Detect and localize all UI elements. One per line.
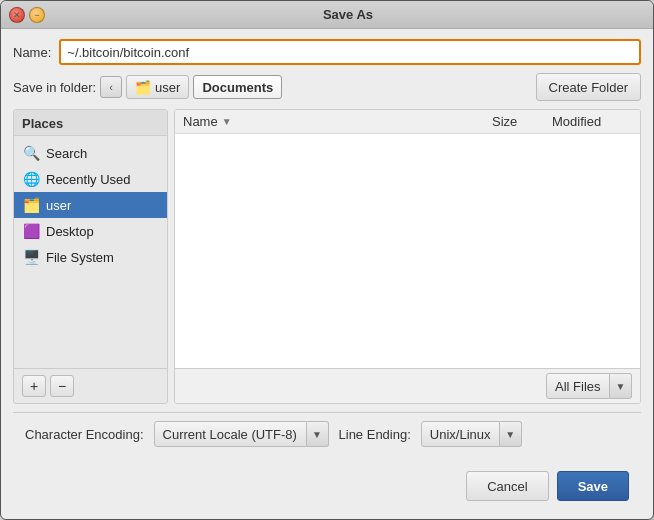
close-button[interactable]: ✕ — [9, 7, 25, 23]
sidebar-item-label: Recently Used — [46, 172, 131, 187]
sidebar-item-label: File System — [46, 250, 114, 265]
filter-dropdown-arrow[interactable]: ▼ — [610, 373, 632, 399]
window-controls: ✕ − — [9, 7, 45, 23]
breadcrumb-documents[interactable]: Documents — [193, 75, 282, 99]
sidebar-header: Places — [14, 110, 167, 136]
column-modified[interactable]: Modified — [552, 114, 632, 129]
folder-icon: 🗂️ — [135, 79, 151, 95]
file-list[interactable] — [175, 134, 640, 368]
recently-used-icon: 🌐 — [22, 170, 40, 188]
sidebar-item-search[interactable]: 🔍 Search — [14, 140, 167, 166]
save-button[interactable]: Save — [557, 471, 629, 501]
minimize-button[interactable]: − — [29, 7, 45, 23]
sidebar-item-filesystem[interactable]: 🖥️ File System — [14, 244, 167, 270]
encoding-combo: Current Locale (UTF-8)UTF-8UTF-16ISO-885… — [154, 421, 329, 447]
back-button[interactable]: ‹ — [100, 76, 122, 98]
cancel-button[interactable]: Cancel — [466, 471, 548, 501]
encoding-label: Character Encoding: — [25, 427, 144, 442]
folder-row: Save in folder: ‹ 🗂️ user Documents Crea… — [13, 73, 641, 101]
line-ending-dropdown-arrow[interactable]: ▼ — [500, 421, 522, 447]
add-bookmark-button[interactable]: + — [22, 375, 46, 397]
sidebar-item-recently-used[interactable]: 🌐 Recently Used — [14, 166, 167, 192]
name-row: Name: — [13, 39, 641, 65]
sidebar-items: 🔍 Search 🌐 Recently Used 🗂️ user 🟪 Deskt… — [14, 136, 167, 368]
file-filter-combo[interactable]: All Files ▼ — [546, 373, 632, 399]
save-in-folder-label: Save in folder: — [13, 80, 96, 95]
main-area: Places 🔍 Search 🌐 Recently Used 🗂️ user — [13, 109, 641, 404]
breadcrumb-user[interactable]: 🗂️ user — [126, 75, 189, 99]
encoding-row: Character Encoding: Current Locale (UTF-… — [13, 412, 641, 455]
desktop-icon: 🟪 — [22, 222, 40, 240]
remove-bookmark-button[interactable]: − — [50, 375, 74, 397]
encoding-select[interactable]: Current Locale (UTF-8)UTF-8UTF-16ISO-885… — [154, 421, 307, 447]
window-title: Save As — [51, 7, 645, 22]
sidebar-footer: + − — [14, 368, 167, 403]
encoding-dropdown-arrow[interactable]: ▼ — [307, 421, 329, 447]
column-size[interactable]: Size — [492, 114, 552, 129]
filesystem-icon: 🖥️ — [22, 248, 40, 266]
sidebar: Places 🔍 Search 🌐 Recently Used 🗂️ user — [13, 109, 168, 404]
action-row: Cancel Save — [13, 463, 641, 509]
dialog-body: Name: Save in folder: ‹ 🗂️ user Document… — [1, 29, 653, 519]
name-label: Name: — [13, 45, 51, 60]
file-list-header: Name ▼ Size Modified — [175, 110, 640, 134]
line-ending-combo: Unix/LinuxWindowsMac OS 9 ▼ — [421, 421, 522, 447]
filename-input[interactable] — [59, 39, 641, 65]
search-icon: 🔍 — [22, 144, 40, 162]
sidebar-item-label: user — [46, 198, 71, 213]
title-bar: ✕ − Save As — [1, 1, 653, 29]
file-area: Name ▼ Size Modified All Files ▼ — [174, 109, 641, 404]
user-folder-icon: 🗂️ — [22, 196, 40, 214]
sidebar-item-desktop[interactable]: 🟪 Desktop — [14, 218, 167, 244]
sidebar-item-label: Search — [46, 146, 87, 161]
sidebar-item-user[interactable]: 🗂️ user — [14, 192, 167, 218]
sidebar-item-label: Desktop — [46, 224, 94, 239]
column-name[interactable]: Name ▼ — [183, 114, 492, 129]
line-ending-select[interactable]: Unix/LinuxWindowsMac OS 9 — [421, 421, 500, 447]
create-folder-button[interactable]: Create Folder — [536, 73, 641, 101]
save-as-dialog: ✕ − Save As Name: Save in folder: ‹ 🗂️ — [0, 0, 654, 520]
filter-toolbar: All Files ▼ — [175, 368, 640, 403]
sort-arrow-icon: ▼ — [222, 116, 232, 127]
line-ending-label: Line Ending: — [339, 427, 411, 442]
file-filter-select[interactable]: All Files — [546, 373, 610, 399]
